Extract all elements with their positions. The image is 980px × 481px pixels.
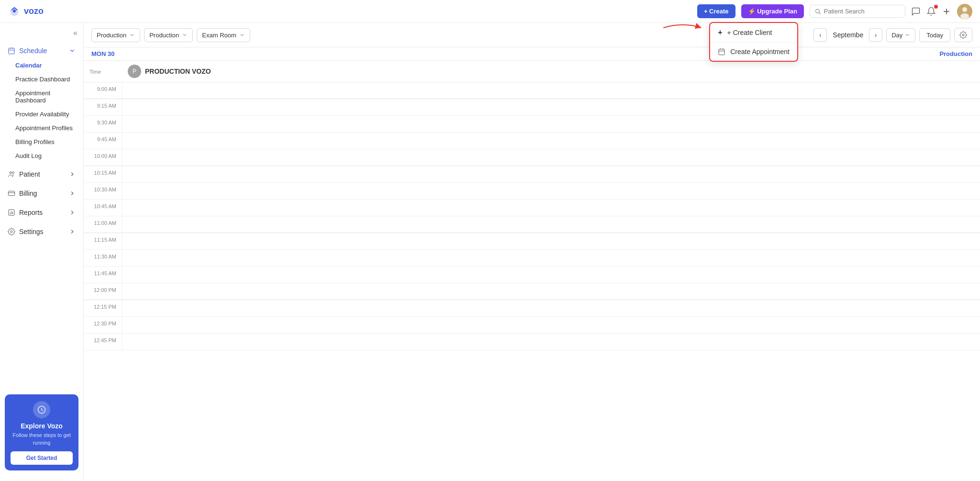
time-slot-row[interactable]: 9:15 AM bbox=[84, 99, 980, 116]
time-slot-row[interactable]: 12:00 PM bbox=[84, 283, 980, 300]
time-slot-row[interactable]: 10:15 AM bbox=[84, 166, 980, 183]
time-slot-row[interactable]: 12:45 PM bbox=[84, 334, 980, 350]
add-button[interactable] bbox=[942, 7, 951, 16]
patient-label: Patient bbox=[19, 170, 40, 178]
toolbar-left: Production Production Exam Room bbox=[91, 28, 250, 42]
settings-label: Settings bbox=[19, 228, 44, 235]
reports-section: Reports bbox=[0, 205, 83, 220]
chat-icon bbox=[911, 7, 921, 16]
explore-icon-circle bbox=[33, 401, 50, 418]
top-nav: vozo + Create ⚡ Upgrade Plan bbox=[0, 0, 980, 23]
time-slot-row[interactable]: 10:00 AM bbox=[84, 149, 980, 166]
logo: vozo bbox=[8, 5, 44, 18]
slot-cell[interactable] bbox=[122, 283, 980, 300]
slot-cell[interactable] bbox=[122, 133, 980, 149]
slot-cell[interactable] bbox=[122, 317, 980, 333]
prev-arrow[interactable]: ‹ bbox=[813, 28, 827, 42]
next-arrow[interactable]: › bbox=[869, 28, 882, 42]
time-slot-row[interactable]: 9:45 AM bbox=[84, 133, 980, 149]
filter3-label: Exam Room bbox=[202, 32, 236, 39]
time-header-label: Time bbox=[84, 69, 101, 75]
time-slot-row[interactable]: 11:30 AM bbox=[84, 250, 980, 267]
provider-col-header: P PRODUCTION VOZO bbox=[122, 65, 980, 78]
get-started-button[interactable]: Get Started bbox=[11, 451, 73, 465]
create-client-item[interactable]: + + Create Client bbox=[710, 23, 797, 43]
time-label: 10:00 AM bbox=[84, 149, 122, 166]
slot-cell[interactable] bbox=[122, 200, 980, 216]
filter3-dropdown[interactable]: Exam Room bbox=[197, 28, 250, 42]
view-dropdown[interactable]: Day bbox=[886, 28, 915, 42]
sidebar-item-provider-availability[interactable]: Provider Availability bbox=[0, 107, 83, 121]
sidebar-item-calendar[interactable]: Calendar bbox=[0, 58, 83, 72]
chevron-down-filter2 bbox=[182, 32, 188, 38]
filter2-label: Production bbox=[149, 32, 179, 39]
calendar-header-row: Time P PRODUCTION VOZO bbox=[84, 61, 980, 82]
time-slot-row[interactable]: 11:00 AM bbox=[84, 216, 980, 233]
slot-cell[interactable] bbox=[122, 99, 980, 115]
calendar-nav-icon bbox=[8, 47, 15, 55]
time-slot-row[interactable]: 9:00 AM bbox=[84, 82, 980, 99]
time-label: 11:15 AM bbox=[84, 233, 122, 249]
chevron-down-view bbox=[904, 32, 910, 38]
collapse-button[interactable]: « bbox=[73, 29, 78, 37]
time-slot-row[interactable]: 10:30 AM bbox=[84, 183, 980, 200]
svg-line-1 bbox=[819, 12, 821, 14]
slot-cell[interactable] bbox=[122, 166, 980, 182]
create-dropdown: + + Create Client Create Appointment bbox=[709, 22, 798, 62]
billing-icon bbox=[8, 190, 15, 197]
search-icon bbox=[815, 8, 821, 15]
patient-icon bbox=[8, 170, 15, 178]
time-slot-row[interactable]: 11:45 AM bbox=[84, 267, 980, 283]
slot-cell[interactable] bbox=[122, 250, 980, 266]
chevron-right-billing-icon bbox=[69, 190, 76, 197]
slot-cell[interactable] bbox=[122, 267, 980, 283]
sidebar-item-patient[interactable]: Patient bbox=[0, 167, 83, 182]
time-slots-container: 9:00 AM 9:15 AM 9:30 AM 9:45 AM 10:00 AM… bbox=[84, 82, 980, 350]
slot-cell[interactable] bbox=[122, 116, 980, 132]
slot-cell[interactable] bbox=[122, 183, 980, 199]
sidebar-item-settings[interactable]: Settings bbox=[0, 224, 83, 239]
slot-cell[interactable] bbox=[122, 82, 980, 99]
sidebar-item-billing[interactable]: Billing bbox=[0, 186, 83, 201]
view-label: Day bbox=[891, 32, 902, 39]
time-slot-row[interactable]: 10:45 AM bbox=[84, 200, 980, 216]
svg-point-15 bbox=[10, 172, 11, 174]
sidebar-item-appointment-profiles[interactable]: Appointment Profiles bbox=[0, 121, 83, 135]
time-slot-row[interactable]: 9:30 AM bbox=[84, 116, 980, 133]
sidebar-item-audit-log[interactable]: Audit Log bbox=[0, 149, 83, 163]
time-slot-row[interactable]: 12:15 PM bbox=[84, 300, 980, 317]
patient-search-input[interactable] bbox=[824, 8, 900, 15]
create-button[interactable]: + Create bbox=[697, 4, 735, 18]
slot-cell[interactable] bbox=[122, 233, 980, 249]
svg-point-0 bbox=[816, 9, 820, 13]
chat-button[interactable] bbox=[911, 7, 921, 16]
slot-cell[interactable] bbox=[122, 216, 980, 233]
explore-icon bbox=[37, 405, 46, 414]
time-slot-row[interactable]: 12:30 PM bbox=[84, 317, 980, 334]
filter2-dropdown[interactable]: Production bbox=[144, 28, 193, 42]
sidebar: « Schedule Calendar Practice Das bbox=[0, 23, 84, 481]
create-appointment-item[interactable]: Create Appointment bbox=[710, 43, 797, 61]
slot-cell[interactable] bbox=[122, 334, 980, 350]
slot-cell[interactable] bbox=[122, 300, 980, 316]
filter1-dropdown[interactable]: Production bbox=[91, 28, 140, 42]
sidebar-collapse: « bbox=[0, 29, 83, 43]
slot-cell[interactable] bbox=[122, 149, 980, 166]
sidebar-item-schedule[interactable]: Schedule bbox=[0, 43, 83, 58]
today-button[interactable]: Today bbox=[919, 28, 950, 42]
upgrade-button[interactable]: ⚡ Upgrade Plan bbox=[741, 4, 804, 18]
reports-label: Reports bbox=[19, 209, 43, 216]
sidebar-item-appointment-dashboard[interactable]: Appointment Dashboard bbox=[0, 86, 83, 107]
sidebar-item-billing-profiles[interactable]: Billing Profiles bbox=[0, 135, 83, 149]
avatar[interactable] bbox=[957, 4, 972, 19]
calendar-settings-button[interactable] bbox=[954, 28, 972, 42]
main-layout: « Schedule Calendar Practice Das bbox=[0, 23, 980, 481]
time-label: 9:45 AM bbox=[84, 133, 122, 149]
time-label: 9:15 AM bbox=[84, 99, 122, 115]
sidebar-item-reports[interactable]: Reports bbox=[0, 205, 83, 220]
time-label: 11:45 AM bbox=[84, 267, 122, 283]
patient-section: Patient bbox=[0, 167, 83, 182]
patient-nav-left: Patient bbox=[8, 170, 40, 178]
sidebar-item-practice-dashboard[interactable]: Practice Dashboard bbox=[0, 72, 83, 86]
time-slot-row[interactable]: 11:15 AM bbox=[84, 233, 980, 250]
